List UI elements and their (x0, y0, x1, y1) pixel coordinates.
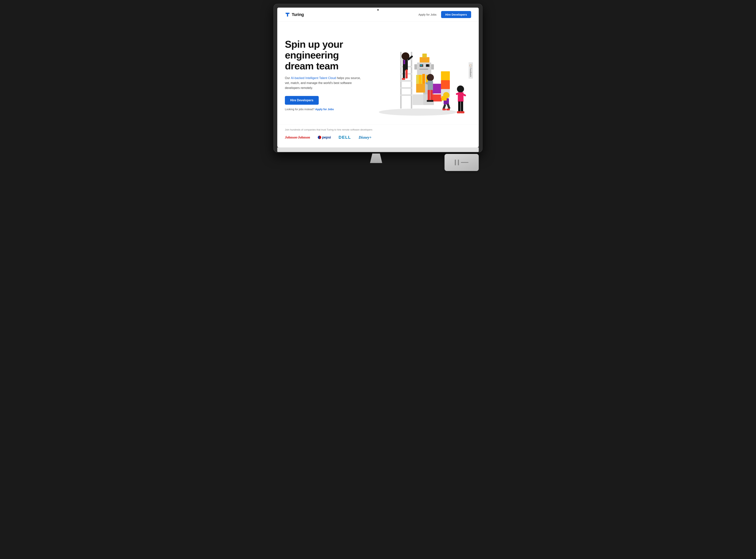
dell-logo: DELL (339, 135, 351, 140)
svg-rect-44 (427, 100, 430, 102)
apply-for-jobs-hero-link[interactable]: Apply for Jobs (315, 108, 334, 111)
nav-actions: Apply for Jobs Hire Developers (419, 11, 471, 18)
svg-point-40 (427, 74, 434, 81)
svg-rect-25 (432, 84, 442, 93)
svg-point-54 (457, 86, 464, 92)
bottom-right (384, 154, 483, 171)
svg-rect-24 (422, 53, 427, 58)
hero-illustration (365, 29, 471, 120)
pepsi-logo: pepsi (318, 135, 331, 139)
svg-rect-12 (416, 84, 425, 93)
svg-rect-53 (441, 96, 447, 100)
companies-label: Join hundreds of companies that trust Tu… (285, 128, 471, 131)
apply-link-container: Looking for jobs instead? Apply for Jobs (285, 108, 365, 111)
logo-text: Turing (292, 12, 304, 17)
svg-rect-37 (402, 78, 405, 80)
feedback-tab[interactable]: 📋 Feedback (468, 62, 473, 79)
hero-content: Spin up your engineering dream team Our … (285, 39, 365, 111)
svg-rect-23 (420, 57, 429, 63)
svg-rect-41 (428, 81, 433, 90)
hero-section: Spin up your engineering dream team Our … (277, 22, 479, 124)
svg-rect-28 (422, 74, 425, 84)
mac-mini (445, 154, 479, 171)
desc-prefix: Our (285, 76, 291, 80)
hero-cta: Hire Developers (285, 96, 365, 108)
svg-point-19 (426, 64, 428, 66)
monitor-stand (369, 154, 384, 163)
companies-section: Join hundreds of companies that trust Tu… (277, 124, 479, 148)
hero-title: Spin up your engineering dream team (285, 39, 365, 72)
svg-rect-32 (441, 71, 450, 80)
pepsi-dot (318, 136, 321, 139)
feedback-label: Feedback (470, 68, 472, 77)
svg-rect-21 (414, 64, 417, 70)
svg-rect-52 (446, 109, 450, 110)
feedback-icon: 📋 (469, 64, 472, 67)
svg-rect-39 (403, 60, 405, 64)
hire-developers-main-button[interactable]: Hire Developers (285, 96, 319, 105)
logo[interactable]: Turing (285, 12, 304, 17)
stand-neck (369, 154, 384, 163)
apply-text: Looking for jobs instead? (285, 108, 314, 111)
camera-dot (377, 9, 379, 10)
svg-rect-9 (413, 94, 423, 105)
mac-line (461, 162, 468, 163)
monitor-frame: 📋 Feedback Turing Apply for Jobs Hire De… (273, 4, 483, 152)
svg-rect-58 (457, 111, 461, 113)
monitor-screen: 📋 Feedback Turing Apply for Jobs Hire De… (277, 7, 479, 148)
svg-rect-35 (403, 70, 405, 79)
turing-logo-icon (285, 12, 290, 17)
bottom-area (273, 152, 483, 171)
pepsi-text: pepsi (322, 135, 331, 139)
hero-description: Our AI-backed Intelligent Talent Cloud h… (285, 75, 365, 90)
svg-rect-27 (419, 75, 422, 84)
svg-rect-31 (441, 80, 450, 89)
svg-rect-42 (428, 90, 430, 100)
svg-rect-20 (419, 69, 428, 70)
svg-rect-36 (405, 70, 408, 79)
svg-rect-50 (447, 103, 450, 109)
mac-port-1 (455, 160, 456, 165)
apply-for-jobs-link[interactable]: Apply for Jobs (419, 13, 437, 16)
svg-point-18 (420, 65, 422, 66)
disney-logo: Disney+ (359, 135, 372, 140)
svg-rect-57 (461, 102, 463, 112)
svg-rect-26 (432, 94, 442, 102)
hire-developers-nav-button[interactable]: Hire Developers (441, 11, 471, 18)
desc-highlight: AI-backed Intelligent Talent Cloud (291, 76, 336, 80)
svg-rect-59 (461, 111, 465, 113)
svg-rect-6 (400, 80, 412, 82)
svg-rect-43 (430, 90, 432, 100)
companies-logos: Johnson·Johnson pepsi DELL Disney+ (285, 135, 471, 140)
svg-rect-45 (430, 100, 433, 102)
monitor-chin (277, 148, 479, 152)
svg-rect-56 (458, 102, 461, 112)
svg-rect-51 (442, 109, 446, 110)
svg-rect-7 (400, 87, 412, 89)
hero-svg (365, 29, 471, 120)
johnson-johnson-logo: Johnson·Johnson (285, 135, 310, 139)
mac-port-2 (458, 160, 459, 165)
svg-rect-22 (431, 64, 434, 70)
svg-rect-8 (400, 94, 412, 96)
